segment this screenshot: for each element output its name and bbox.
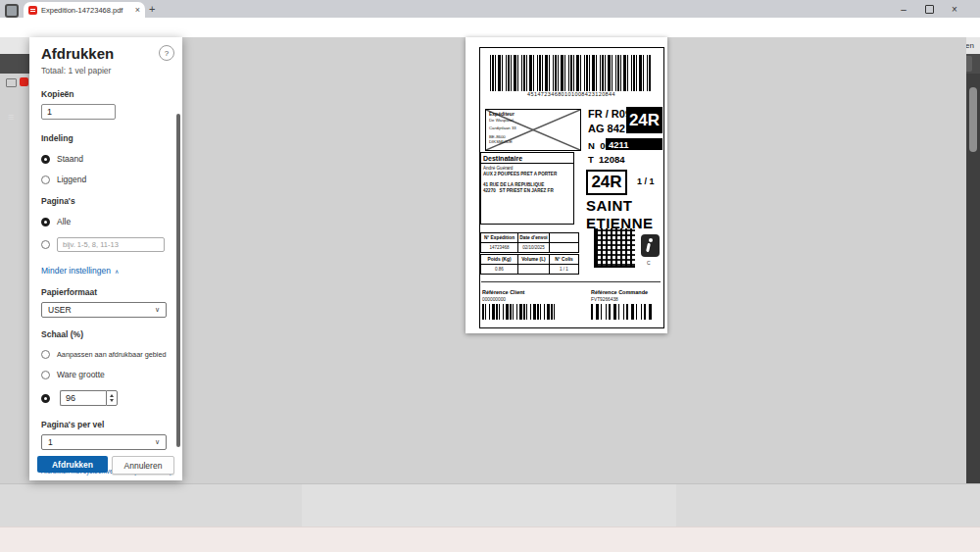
table-cell xyxy=(550,243,579,253)
recipient-box: Destinataire André Guérard AUX 2 POUPEES… xyxy=(480,152,574,225)
dialog-footer: Afdrukken Annuleren xyxy=(37,456,174,475)
pages-per-sheet-label: Pagina's per vel xyxy=(41,420,169,429)
radio-scale-fit[interactable]: Aanpassen aan afdrukbaar gebied xyxy=(41,350,169,359)
chevron-down-icon: ∨ xyxy=(155,438,160,446)
ref-client-value: 000000000 xyxy=(482,297,506,302)
chevron-up-icon: ∧ xyxy=(115,268,119,275)
table-header: N° Colis xyxy=(550,255,579,265)
paper-size-label: Papierformaat xyxy=(41,287,169,297)
cancel-button[interactable]: Annuleren xyxy=(112,456,174,475)
menu-icon[interactable]: ≡ xyxy=(8,111,14,123)
datamatrix-code xyxy=(594,228,635,268)
browser-tab-strip: Expedition-14723468.pdf × + – × xyxy=(0,0,980,18)
radio-scale-actual-icon[interactable] xyxy=(41,371,50,379)
print-dialog-body: Afdrukken Totaal: 1 vel papier Kopieën I… xyxy=(29,37,182,451)
radio-pages-range[interactable] xyxy=(41,237,169,252)
print-button[interactable]: Afdrukken xyxy=(37,456,108,473)
t-line: T 12084 xyxy=(588,154,625,165)
shipping-label: 45147234680101008423120844 Expéditeur De… xyxy=(479,47,664,328)
route-code-2: AG 842 xyxy=(588,123,625,134)
dialog-subtitle: Totaal: 1 vel papier xyxy=(41,66,169,75)
pages-label: Pagina's xyxy=(41,196,169,206)
city-line-1: SAINT xyxy=(586,197,633,214)
acrobat-favicon-icon[interactable] xyxy=(20,77,28,86)
radio-scale-actual[interactable]: Ware grootte xyxy=(41,370,169,379)
recipient-line: AUX 2 POUPEES PRET A PORTER xyxy=(483,172,571,177)
pages-per-sheet-value: 1 xyxy=(48,437,53,447)
help-button[interactable]: ? xyxy=(159,45,174,61)
pdf-bottom-strip xyxy=(0,483,980,527)
scale-stepper xyxy=(60,390,118,406)
radio-landscape[interactable]: Liggend xyxy=(41,175,169,184)
radio-scale-actual-label: Ware grootte xyxy=(57,370,105,379)
pages-range-input[interactable] xyxy=(57,237,165,252)
maximize-button[interactable] xyxy=(917,0,941,18)
ref-client-label: Référence Client xyxy=(482,289,524,295)
radio-pages-all[interactable]: Alle xyxy=(41,217,169,226)
new-tab-button[interactable]: + xyxy=(149,3,155,15)
table-header: Poids (Kg) xyxy=(481,255,518,265)
pages-per-sheet-select[interactable]: 1 ∨ xyxy=(41,434,167,450)
radio-landscape-label: Liggend xyxy=(57,175,86,184)
print-preview-page: 45147234680101008423120844 Expéditeur De… xyxy=(466,37,667,333)
scale-input[interactable] xyxy=(60,390,106,406)
table-header xyxy=(550,233,579,243)
radio-portrait-label: Staand xyxy=(57,154,83,164)
recipient-line: 42270 ST PRIEST EN JAREZ FR xyxy=(483,188,571,194)
pdf-toolbar-left: ≡ xyxy=(0,54,29,74)
tab-close-icon[interactable]: × xyxy=(135,5,140,15)
service-code-box: 24R xyxy=(626,107,662,133)
label-divider xyxy=(481,281,661,282)
scale-spinner[interactable] xyxy=(106,390,118,406)
maximize-icon xyxy=(925,5,934,14)
window-close-button[interactable]: × xyxy=(943,0,966,18)
dialog-scrollbar-thumb[interactable] xyxy=(176,114,180,447)
table-cell: 1 / 1 xyxy=(550,265,579,275)
copies-label: Kopieën xyxy=(41,89,169,99)
chevron-down-icon: ∨ xyxy=(155,306,160,314)
copies-input[interactable] xyxy=(41,104,116,120)
shipment-barcode-number: 45147234680101008423120844 xyxy=(480,91,662,97)
radio-scale-fit-icon[interactable] xyxy=(41,350,50,359)
sender-line: Cardijnlaan 33 xyxy=(489,125,577,131)
parcel-count: 1 / 1 xyxy=(637,176,655,186)
n-value-box: 4211 xyxy=(606,138,662,150)
paper-size-value: USER xyxy=(48,305,72,315)
radio-pages-all-label: Alle xyxy=(57,217,71,226)
weight-table: Poids (Kg) Volume (L) N° Colis 0.86 1 / … xyxy=(480,254,579,275)
radio-landscape-icon[interactable] xyxy=(41,176,50,184)
browser-toolbar: ← ↻ ⌂ ⓘ Bestand C:/Users/Luc/Downloads/E… xyxy=(0,18,980,38)
spinner-down-icon[interactable] xyxy=(110,399,114,402)
recipient-title: Destinataire xyxy=(481,153,573,164)
screen: Expedition-14723468.pdf × + – × ← ↻ ⌂ ⓘ … xyxy=(0,0,980,552)
print-dialog: Afdrukken Totaal: 1 vel papier Kopieën I… xyxy=(29,37,182,480)
radio-portrait-icon[interactable] xyxy=(41,155,50,164)
radio-portrait[interactable]: Staand xyxy=(41,154,169,164)
ref-order-barcode xyxy=(591,304,654,320)
less-settings-label[interactable]: Minder instellingen xyxy=(41,266,111,276)
sender-box: Expéditeur De Wasparel Cardijnlaan 33 BE… xyxy=(485,109,581,151)
pdf-scrollbar-thumb[interactable] xyxy=(969,87,977,152)
spinner-up-icon[interactable] xyxy=(110,394,114,397)
tab-actions-icon[interactable] xyxy=(5,4,19,18)
ref-client-barcode xyxy=(482,304,555,320)
ref-order-value: FVT9266438 xyxy=(591,297,618,302)
pdf-scrollbar[interactable] xyxy=(966,74,980,483)
table-cell: 14723468 xyxy=(481,243,518,253)
radio-scale-custom[interactable] xyxy=(41,390,169,406)
table-cell: 0.86 xyxy=(481,265,518,275)
paper-size-select[interactable]: USER ∨ xyxy=(41,302,167,318)
minimize-button[interactable]: – xyxy=(892,0,915,18)
site-favicon-icon[interactable] xyxy=(6,78,17,87)
radio-scale-fit-label: Aanpassen aan afdrukbaar gebied xyxy=(57,350,167,359)
radio-pages-range-icon[interactable] xyxy=(41,240,50,249)
less-settings-link[interactable]: Minder instellingen ∧ xyxy=(41,266,169,276)
browser-tab[interactable]: Expedition-14723468.pdf × xyxy=(24,2,145,18)
table-header: Volume (L) xyxy=(518,255,550,265)
scale-label: Schaal (%) xyxy=(41,329,169,339)
radio-scale-custom-icon[interactable] xyxy=(41,394,50,403)
pdf-favorites-bar-left xyxy=(0,37,29,54)
radio-pages-all-icon[interactable] xyxy=(41,218,50,226)
layout-label: Indeling xyxy=(41,133,169,143)
relay-point-icon xyxy=(641,234,660,257)
